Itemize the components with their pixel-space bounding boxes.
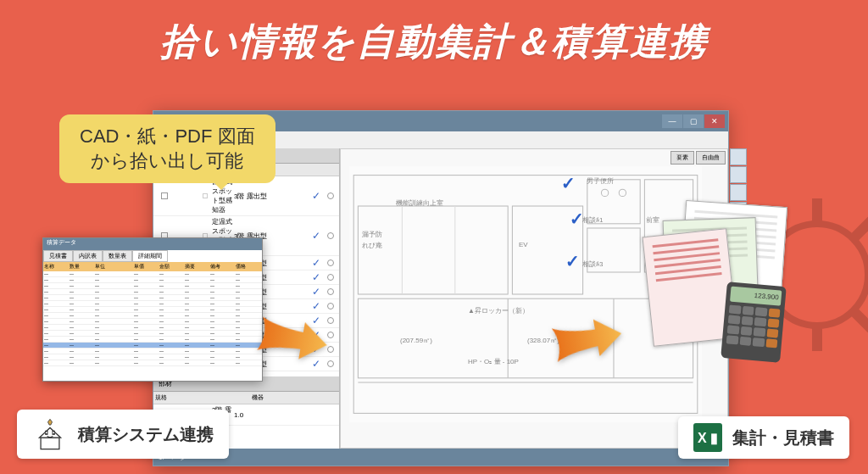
table-row[interactable]: ———————— bbox=[43, 337, 262, 343]
svg-point-21 bbox=[601, 189, 608, 196]
table-row[interactable]: ———————— bbox=[43, 349, 262, 354]
room-label-4: 相談ﾙ1 bbox=[582, 215, 603, 225]
headline: 拾い情報を自動集計＆積算連携 bbox=[0, 17, 868, 67]
room-label-3: 漏予防 bbox=[362, 230, 382, 239]
maximize-button[interactable]: ▢ bbox=[683, 114, 704, 128]
table-row[interactable]: ———————— bbox=[43, 354, 262, 360]
tool-button[interactable] bbox=[730, 148, 747, 165]
tab-detail[interactable]: 詳細期間 bbox=[132, 250, 168, 262]
table-row[interactable]: ———————— bbox=[43, 277, 262, 283]
toolbar-element[interactable]: 要素 bbox=[670, 151, 694, 165]
badge-right-label: 集計・見積書 bbox=[732, 427, 834, 449]
room-label-3b: れび庵 bbox=[362, 241, 382, 250]
area-label-1: (207.59㎡) bbox=[400, 336, 432, 345]
toolbar-freecurve[interactable]: 自由曲 bbox=[696, 151, 726, 165]
badge-estimate-link: 積算システム連携 bbox=[17, 410, 229, 459]
excel-icon: X ▮ bbox=[693, 423, 722, 452]
estimate-window: 積算データ 見積書 内訳表 数量表 詳細期間 名称数量単位単価金額摘要備考価格 … bbox=[42, 237, 263, 382]
tab-breakdown[interactable]: 内訳表 bbox=[73, 250, 103, 262]
panel-bottom-cols: 規格 機器 bbox=[153, 392, 339, 404]
badge-left-label: 積算システム連携 bbox=[78, 423, 214, 446]
mascot-icon bbox=[32, 416, 68, 452]
table-row[interactable]: ———————— bbox=[43, 313, 262, 319]
svg-line-7 bbox=[854, 220, 868, 237]
bubble-line2: から拾い出し可能 bbox=[80, 149, 255, 174]
svg-line-6 bbox=[854, 312, 868, 329]
tool-button[interactable] bbox=[730, 184, 747, 201]
table-row[interactable]: ———————— bbox=[43, 319, 262, 325]
arrow-left-icon bbox=[249, 308, 335, 383]
bubble-line1: CAD・紙・PDF 図面 bbox=[80, 125, 255, 149]
svg-point-26 bbox=[46, 432, 47, 433]
checkmark-icon: ✓ bbox=[565, 251, 580, 271]
document-stack: 123,900 bbox=[614, 204, 809, 356]
bottom-label: HP・O₂ 量 - 10P bbox=[468, 357, 519, 366]
table-row[interactable]: ———————— bbox=[43, 325, 262, 331]
tab-estimate[interactable]: 見積書 bbox=[43, 250, 73, 262]
close-button[interactable]: ✕ bbox=[704, 114, 725, 128]
table-row[interactable]: ———————— bbox=[43, 331, 262, 337]
svg-rect-23 bbox=[41, 438, 59, 449]
arrow-right-icon bbox=[546, 308, 632, 383]
svg-point-27 bbox=[53, 432, 54, 433]
table-row[interactable]: ———————— bbox=[43, 295, 262, 301]
tab-quantity[interactable]: 数量表 bbox=[103, 250, 132, 262]
estimate-title: 積算データ bbox=[43, 238, 262, 250]
svg-point-22 bbox=[619, 189, 626, 196]
minimize-button[interactable]: — bbox=[662, 114, 682, 128]
checkmark-icon: ✓ bbox=[570, 209, 584, 229]
speech-bubble: CAD・紙・PDF 図面 から拾い出し可能 bbox=[59, 114, 275, 183]
tool-button[interactable] bbox=[730, 166, 747, 183]
table-row[interactable]: ———————— bbox=[43, 271, 262, 277]
room-label-6: 男子便所 bbox=[587, 176, 614, 186]
room-label-5: 相談ﾙ3 bbox=[582, 259, 603, 269]
estimate-cols: 名称数量単位単価金額摘要備考価格 bbox=[43, 262, 262, 271]
table-row[interactable]: ———————— bbox=[43, 343, 262, 349]
room-label-ev: EV bbox=[519, 241, 528, 248]
room-label-8: ▲昇ロッカー（新） bbox=[468, 306, 529, 315]
room-label-1: 機能訓練向上室 bbox=[396, 198, 443, 208]
statusbar: 1: ページ bbox=[153, 449, 728, 466]
checkmark-icon: ✓ bbox=[561, 173, 576, 193]
svg-rect-10 bbox=[358, 206, 508, 294]
badge-excel: X ▮ 集計・見積書 bbox=[678, 416, 849, 459]
calc-display: 123,900 bbox=[730, 287, 782, 306]
table-row[interactable]: ———————— bbox=[43, 289, 262, 295]
calculator-icon: 123,900 bbox=[721, 282, 787, 363]
table-row[interactable]: ———————— bbox=[43, 360, 262, 366]
table-row[interactable]: ———————— bbox=[43, 283, 262, 289]
table-row[interactable]: ———————— bbox=[43, 301, 262, 307]
table-row[interactable]: ———————— bbox=[43, 307, 262, 313]
